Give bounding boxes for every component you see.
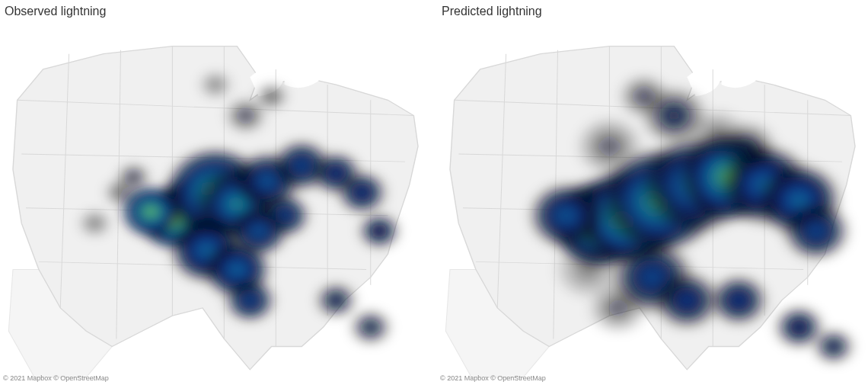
map-panel-predicted: Predicted lightning © 2021 Mapbox © Open… xyxy=(437,0,868,385)
basemap xyxy=(0,0,431,385)
basemap xyxy=(437,0,868,385)
map-attribution: © 2021 Mapbox © OpenStreetMap xyxy=(440,374,546,382)
map-panel-observed: Observed lightning © 2021 Mapbox © OpenS… xyxy=(0,0,431,385)
panels-container: Observed lightning © 2021 Mapbox © OpenS… xyxy=(0,0,868,385)
panel-title: Observed lightning xyxy=(5,5,106,18)
panel-title: Predicted lightning xyxy=(442,5,542,18)
map-attribution: © 2021 Mapbox © OpenStreetMap xyxy=(3,374,109,382)
